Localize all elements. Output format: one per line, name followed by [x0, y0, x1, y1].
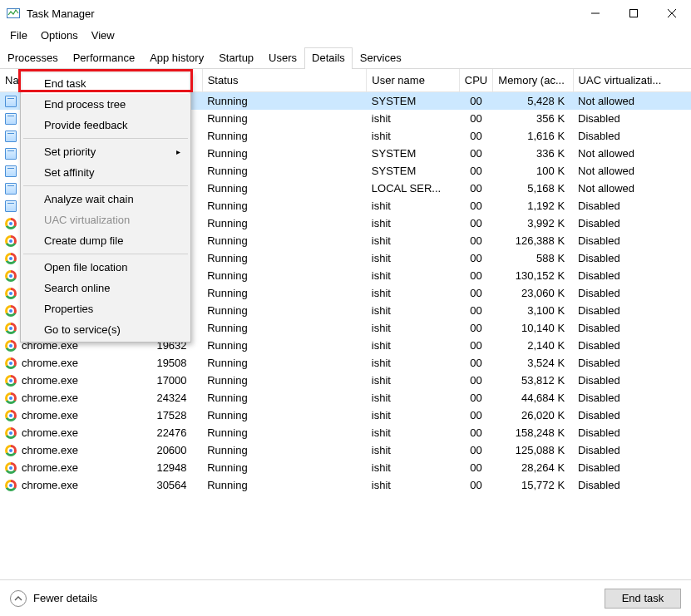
cell-user: ishit — [367, 441, 459, 459]
cell-status: Running — [202, 354, 367, 372]
context-menu-item-set-affinity[interactable]: Set affinity — [22, 162, 189, 183]
cell-user: ishit — [367, 214, 459, 232]
process-name: chrome.exe — [22, 461, 78, 474]
table-row[interactable]: chrome.exe17000Runningishit0053,812 KDis… — [0, 372, 691, 389]
context-menu-item-create-dump-file[interactable]: Create dump file — [22, 230, 189, 251]
col-header-4[interactable]: CPU — [459, 69, 493, 92]
context-menu-item-analyze-wait-chain[interactable]: Analyze wait chain — [22, 189, 189, 209]
maximize-button[interactable] — [614, 0, 653, 27]
cell-uac: Disabled — [573, 424, 691, 441]
tab-app-history[interactable]: App history — [142, 47, 211, 69]
generic-process-icon — [5, 200, 17, 212]
menu-file[interactable]: File — [3, 27, 34, 43]
cell-user: ishit — [367, 302, 459, 319]
cell-user: ishit — [367, 407, 459, 424]
col-header-3[interactable]: User name — [367, 69, 459, 92]
cell-mem: 53,812 K — [493, 372, 573, 389]
table-row[interactable]: chrome.exe22476Runningishit00158,248 KDi… — [0, 424, 691, 441]
table-row[interactable]: chrome.exe30564Runningishit0015,772 KDis… — [0, 476, 691, 494]
cell-status: Running — [202, 92, 367, 111]
cell-user: ishit — [367, 372, 459, 389]
cell-uac: Disabled — [573, 459, 691, 476]
cell-mem: 26,020 K — [493, 407, 573, 424]
table-row[interactable]: chrome.exe12948Runningishit0028,264 KDis… — [0, 459, 691, 476]
menu-options[interactable]: Options — [34, 27, 85, 43]
process-name: chrome.exe — [22, 392, 78, 404]
chrome-icon — [5, 218, 17, 229]
context-menu-item-end-task[interactable]: End task — [22, 73, 189, 94]
context-menu-item-properties[interactable]: Properties — [22, 298, 189, 319]
cell-user: SYSTEM — [367, 92, 459, 111]
tab-services[interactable]: Services — [353, 47, 409, 69]
context-menu-item-provide-feedback[interactable]: Provide feedback — [22, 115, 189, 136]
generic-process-icon — [5, 165, 17, 177]
cell-pid: 20600 — [151, 441, 202, 459]
cell-user: ishit — [367, 337, 459, 354]
cell-status: Running — [202, 127, 367, 145]
fewer-details-toggle[interactable]: Fewer details — [10, 590, 97, 607]
cell-uac: Disabled — [573, 127, 691, 145]
close-button[interactable] — [653, 0, 691, 27]
task-manager-icon — [7, 7, 20, 20]
end-task-button[interactable]: End task — [605, 589, 681, 609]
cell-user: ishit — [367, 459, 459, 476]
cell-status: Running — [202, 302, 367, 319]
cell-user: ishit — [367, 354, 459, 372]
cell-mem: 588 K — [493, 249, 573, 267]
col-header-6[interactable]: UAC virtualizati... — [573, 69, 691, 92]
cell-user: ishit — [367, 197, 459, 214]
cell-mem: 10,140 K — [493, 319, 573, 337]
context-menu-item-set-priority[interactable]: Set priority▸ — [22, 141, 189, 162]
cell-cpu: 00 — [459, 337, 493, 354]
context-menu-item-open-file-location[interactable]: Open file location — [22, 257, 189, 278]
chrome-icon — [5, 288, 17, 299]
cell-user: ishit — [367, 267, 459, 284]
chrome-icon — [5, 357, 17, 369]
chrome-icon — [5, 462, 17, 474]
table-row[interactable]: chrome.exe17528Runningishit0026,020 KDis… — [0, 407, 691, 424]
cell-user: SYSTEM — [367, 162, 459, 180]
context-menu-item-search-online[interactable]: Search online — [22, 278, 189, 298]
cell-mem: 158,248 K — [493, 424, 573, 441]
tab-users[interactable]: Users — [261, 47, 304, 69]
process-name: chrome.exe — [22, 479, 78, 491]
cell-mem: 130,152 K — [493, 267, 573, 284]
cell-user: ishit — [367, 249, 459, 267]
cell-uac: Disabled — [573, 214, 691, 232]
table-row[interactable]: chrome.exe20600Runningishit00125,088 KDi… — [0, 441, 691, 459]
cell-user: ishit — [367, 424, 459, 441]
context-menu[interactable]: End taskEnd process treeProvide feedback… — [20, 71, 191, 342]
process-name: chrome.exe — [22, 444, 78, 456]
cell-status: Running — [202, 284, 367, 302]
process-name: chrome.exe — [22, 374, 78, 387]
cell-user: ishit — [367, 476, 459, 494]
cell-cpu: 00 — [459, 110, 493, 127]
chrome-icon — [5, 480, 17, 491]
generic-process-icon — [5, 131, 17, 142]
table-row[interactable]: chrome.exe19508Runningishit003,524 KDisa… — [0, 354, 691, 372]
tab-details[interactable]: Details — [304, 47, 353, 69]
context-menu-separator — [23, 254, 188, 254]
tab-performance[interactable]: Performance — [66, 47, 142, 69]
minimize-button[interactable] — [576, 0, 614, 27]
context-menu-item-end-process-tree[interactable]: End process tree — [22, 94, 189, 115]
cell-status: Running — [202, 389, 367, 407]
cell-cpu: 00 — [459, 232, 493, 249]
table-row[interactable]: chrome.exe24324Runningishit0044,684 KDis… — [0, 389, 691, 407]
cell-cpu: 00 — [459, 302, 493, 319]
col-header-2[interactable]: Status — [202, 69, 367, 92]
tab-startup[interactable]: Startup — [211, 47, 261, 69]
chrome-icon — [5, 305, 17, 317]
cell-cpu: 00 — [459, 162, 493, 180]
cell-status: Running — [202, 372, 367, 389]
cell-cpu: 00 — [459, 441, 493, 459]
cell-uac: Disabled — [573, 372, 691, 389]
col-header-5[interactable]: Memory (ac... — [493, 69, 573, 92]
menu-view[interactable]: View — [85, 27, 121, 43]
cell-uac: Not allowed — [573, 92, 691, 111]
chrome-icon — [5, 340, 17, 352]
context-menu-item-go-to-service-s-[interactable]: Go to service(s) — [22, 319, 189, 340]
cell-status: Running — [202, 459, 367, 476]
generic-process-icon — [5, 96, 17, 107]
tab-processes[interactable]: Processes — [0, 47, 66, 69]
